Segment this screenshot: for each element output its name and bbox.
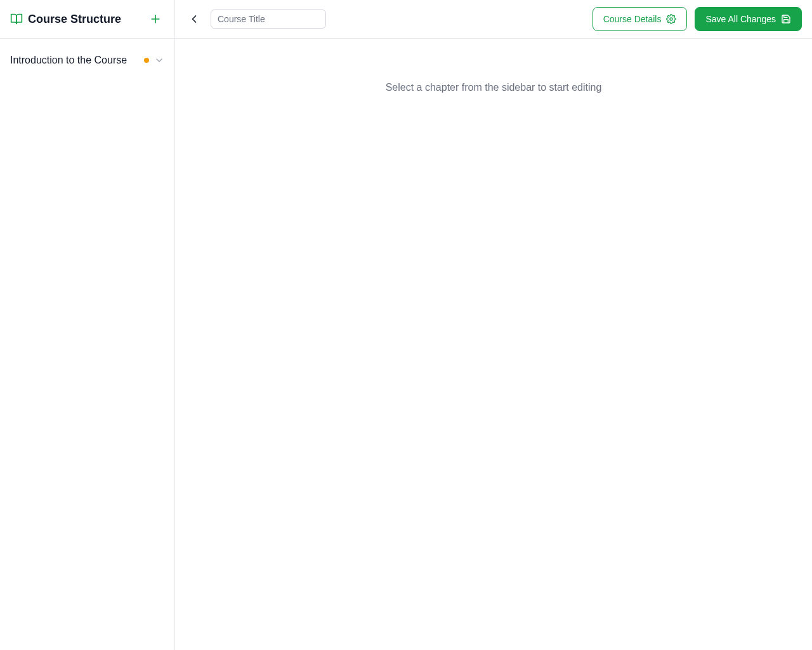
status-dot-pending: [144, 58, 149, 63]
main: Course Details Save All Changes: [175, 0, 812, 650]
sidebar: Course Structure Introduction to the Cou…: [0, 0, 175, 650]
course-title-input[interactable]: [211, 10, 326, 29]
chevron-left-icon: [188, 13, 200, 25]
sidebar-items: Introduction to the Course: [0, 39, 174, 81]
book-open-icon: [10, 13, 23, 25]
save-all-label: Save All Changes: [705, 14, 776, 24]
course-details-label: Course Details: [603, 14, 662, 24]
content-area: Select a chapter from the sidebar to sta…: [175, 39, 812, 650]
topbar-right: Course Details Save All Changes: [593, 7, 802, 31]
sidebar-item-chapter[interactable]: Introduction to the Course: [0, 44, 174, 76]
svg-point-2: [670, 18, 672, 20]
course-details-button[interactable]: Course Details: [593, 7, 688, 31]
chevron-down-icon: [154, 55, 164, 65]
topbar: Course Details Save All Changes: [175, 0, 812, 39]
add-chapter-button[interactable]: [147, 10, 164, 28]
back-button[interactable]: [185, 10, 203, 28]
settings-icon: [666, 14, 676, 24]
plus-icon: [149, 13, 162, 25]
sidebar-item-label: Introduction to the Course: [10, 53, 127, 67]
sidebar-header: Course Structure: [0, 0, 174, 39]
topbar-left: [185, 10, 326, 29]
sidebar-title-group: Course Structure: [10, 13, 121, 26]
empty-state-text: Select a chapter from the sidebar to sta…: [175, 82, 812, 93]
sidebar-item-meta: [144, 55, 164, 65]
save-all-button[interactable]: Save All Changes: [695, 7, 802, 31]
save-icon: [781, 14, 791, 24]
sidebar-title: Course Structure: [28, 13, 121, 26]
